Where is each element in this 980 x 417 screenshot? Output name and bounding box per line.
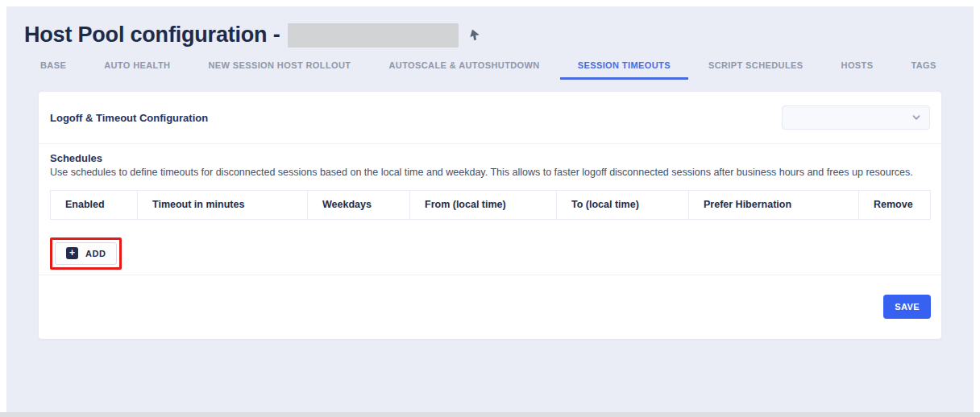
column-header-to-local-time: To (local time) — [557, 190, 689, 219]
timeout-preset-dropdown[interactable] — [782, 105, 930, 130]
schedules-description: Use schedules to define timeouts for dis… — [50, 167, 930, 180]
tab-base[interactable]: BASE — [40, 60, 66, 80]
logoff-config-row: Logoff & Timeout Configuration — [39, 92, 941, 144]
column-header-enabled: Enabled — [51, 190, 138, 219]
table-header-row: Enabled Timeout in minutes Weekdays From… — [51, 190, 931, 219]
window-bottom-edge — [0, 412, 980, 417]
schedules-title: Schedules — [50, 152, 930, 164]
add-button-label: ADD — [85, 249, 106, 258]
page-title: Host Pool configuration - — [24, 23, 280, 47]
save-row: SAVE — [39, 275, 941, 339]
plus-icon — [66, 247, 78, 259]
logoff-config-title: Logoff & Timeout Configuration — [50, 112, 208, 124]
save-button[interactable]: SAVE — [883, 295, 931, 319]
column-header-remove: Remove — [859, 190, 931, 219]
mouse-cursor-icon — [468, 29, 481, 42]
tab-autoscale-autoshutdown[interactable]: AUTOSCALE & AUTOSHUTDOWN — [388, 60, 539, 80]
schedules-section: Schedules Use schedules to define timeou… — [39, 144, 941, 220]
session-timeouts-panel: Logoff & Timeout Configuration Schedules… — [39, 92, 941, 339]
tab-tags[interactable]: TAGS — [911, 60, 936, 80]
add-schedule-area: ADD — [50, 237, 930, 270]
tab-new-session-host-rollout[interactable]: NEW SESSION HOST ROLLOUT — [208, 60, 351, 80]
column-header-weekdays: Weekdays — [308, 190, 410, 219]
column-header-timeout-in-minutes: Timeout in minutes — [138, 190, 308, 219]
add-schedule-button[interactable]: ADD — [55, 242, 117, 265]
schedules-table: Enabled Timeout in minutes Weekdays From… — [50, 190, 931, 220]
page-background: Host Pool configuration - BASE AUTO HEAL… — [6, 6, 974, 412]
page-header: Host Pool configuration - — [24, 23, 974, 47]
tab-script-schedules[interactable]: SCRIPT SCHEDULES — [708, 60, 804, 80]
annotation-highlight: ADD — [50, 237, 122, 270]
column-header-from-local-time: From (local time) — [410, 190, 557, 219]
tab-session-timeouts[interactable]: SESSION TIMEOUTS — [560, 60, 688, 80]
tab-hosts[interactable]: HOSTS — [841, 60, 874, 80]
redacted-hostpool-name — [288, 23, 459, 47]
column-header-prefer-hibernation: Prefer Hibernation — [689, 190, 859, 219]
chevron-down-icon — [911, 113, 921, 122]
tab-auto-health[interactable]: AUTO HEALTH — [104, 60, 170, 80]
tab-bar: BASE AUTO HEALTH NEW SESSION HOST ROLLOU… — [40, 60, 974, 85]
